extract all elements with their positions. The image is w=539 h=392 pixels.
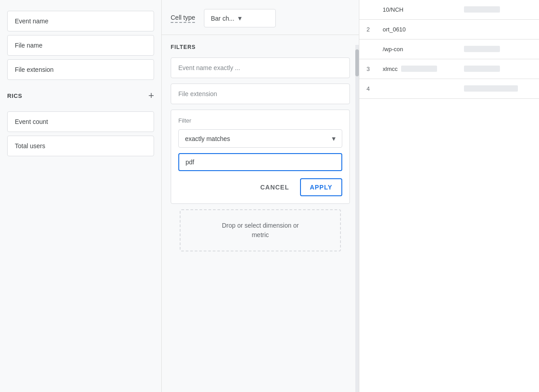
dropdown-arrow-icon: ▾ <box>238 14 242 22</box>
metrics-label: RICS <box>7 92 22 99</box>
cell-type-dropdown[interactable]: Bar ch... ▾ <box>204 9 276 27</box>
cell-blurred <box>459 40 539 59</box>
filter-match-arrow-icon: ▾ <box>332 134 336 143</box>
drop-zone[interactable]: Drop or select dimension or metric <box>180 209 341 251</box>
total-users-field[interactable]: Total users <box>7 136 154 156</box>
filter-match-value: exactly matches <box>185 135 230 142</box>
filter-value-input[interactable] <box>178 153 342 171</box>
add-metric-button[interactable]: + <box>148 90 154 101</box>
table-row: /wp-con <box>359 40 539 59</box>
event-name-filter-chip[interactable]: Event name exactly ... <box>171 57 350 78</box>
file-extension-field[interactable]: File extension <box>7 59 154 80</box>
file-extension-filter-chip[interactable]: File extension <box>171 84 350 104</box>
right-panel: 10/NCH 2 ort_0610 /wp-con <box>359 0 539 392</box>
filter-actions: CANCEL APPLY <box>178 178 342 196</box>
cell-blurred-3 <box>459 79 539 99</box>
blurred-content <box>464 6 500 13</box>
cell-type-label: Cell type <box>171 14 195 23</box>
apply-button[interactable]: APPLY <box>300 178 342 196</box>
event-name-field[interactable]: Event name <box>7 11 154 31</box>
cell-value-2 <box>459 0 539 20</box>
cell-value <box>377 79 459 99</box>
filter-match-type-dropdown[interactable]: exactly matches ▾ <box>178 129 342 148</box>
blurred-content <box>464 85 518 92</box>
cell-value-2 <box>459 20 539 40</box>
blurred-content <box>401 66 437 72</box>
metrics-section: RICS + <box>0 84 161 108</box>
event-count-field[interactable]: Event count <box>7 111 154 132</box>
blurred-content <box>464 66 500 72</box>
row-number <box>359 0 377 20</box>
filter-sub-panel: Filter exactly matches ▾ CANCEL APPLY <box>171 110 350 204</box>
row-number: 3 <box>359 59 377 79</box>
row-number: 2 <box>359 20 377 40</box>
center-panel: Cell type Bar ch... ▾ FILTERS Event name… <box>162 0 359 392</box>
drop-zone-text-line1: Drop or select dimension or <box>222 222 299 229</box>
cell-blurred-2 <box>459 59 539 79</box>
cell-type-row: Cell type Bar ch... ▾ <box>162 0 359 35</box>
table-row: 4 <box>359 79 539 99</box>
cell-value: 10/NCH <box>377 0 459 20</box>
cell-type-value: Bar ch... <box>211 15 234 22</box>
cancel-button[interactable]: CANCEL <box>253 179 296 195</box>
table-row: 2 ort_0610 <box>359 20 539 40</box>
blurred-content <box>464 46 500 52</box>
cell-value: ort_0610 <box>377 20 459 40</box>
scrollbar-thumb[interactable] <box>355 49 359 76</box>
filters-section: FILTERS Event name exactly ... File exte… <box>162 35 359 392</box>
drop-zone-text-line2: metric <box>252 231 269 238</box>
table-row: 10/NCH <box>359 0 539 20</box>
filter-sub-label: Filter <box>178 117 342 124</box>
row-number <box>359 40 377 59</box>
data-table: 10/NCH 2 ort_0610 /wp-con <box>359 0 539 99</box>
scrollbar-track[interactable] <box>355 45 359 392</box>
cell-value: xlmcc <box>377 59 459 79</box>
file-name-field[interactable]: File name <box>7 35 154 56</box>
table-row: 3 xlmcc <box>359 59 539 79</box>
row-number: 4 <box>359 79 377 99</box>
cell-value: /wp-con <box>377 40 459 59</box>
filters-title: FILTERS <box>171 44 350 50</box>
left-panel: Event name File name File extension RICS… <box>0 0 162 392</box>
